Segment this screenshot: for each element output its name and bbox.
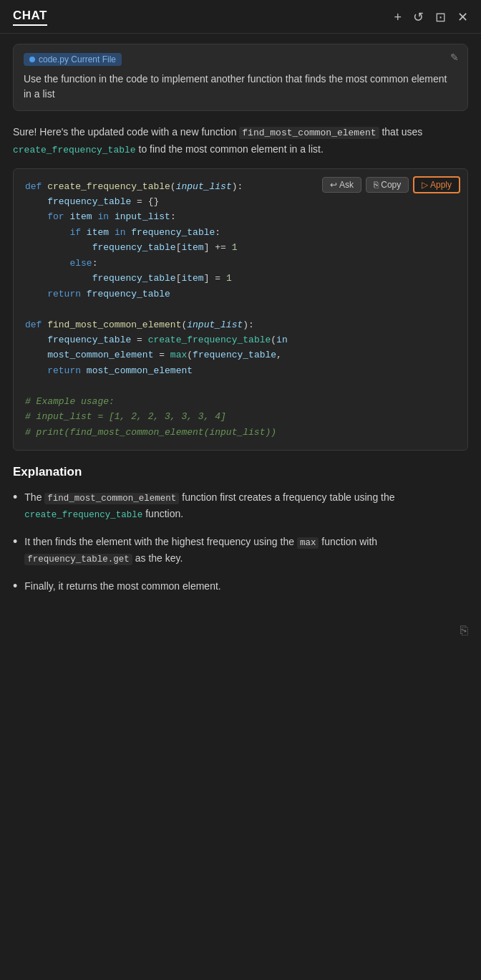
bottom-icon-bar: ⎘	[0, 616, 481, 648]
bullet-dot-3: •	[13, 578, 17, 595]
code-line-6: else:	[25, 256, 456, 271]
bullet-item-3: • Finally, it returns the most common el…	[13, 578, 468, 595]
code-line-10: frequency_table = create_frequency_table…	[25, 332, 456, 347]
code-content: def create_frequency_table(input_list): …	[25, 179, 456, 440]
code-line-11: most_common_element = max(frequency_tabl…	[25, 347, 456, 362]
bullet-text-2: It then finds the element with the highe…	[24, 534, 468, 567]
apply-button[interactable]: ▷ Apply	[413, 176, 460, 193]
explanation-title: Explanation	[13, 465, 468, 479]
bullet-text-1: The find_most_common_element function fi…	[24, 489, 468, 522]
code-line-14: # input_list = [1, 2, 2, 3, 3, 3, 4]	[25, 409, 456, 424]
code-line-4: if item in frequency_table:	[25, 225, 456, 240]
edit-icon[interactable]: ✎	[450, 52, 459, 63]
chat-title: CHAT	[13, 9, 47, 26]
main-content: ✎ code.py Current File Use the function …	[0, 34, 481, 616]
explanation-section: Explanation • The find_most_common_eleme…	[13, 465, 468, 595]
bullet-dot-1: •	[13, 489, 17, 506]
history-icon[interactable]: ↺	[413, 9, 424, 25]
bullet-dot-2: •	[13, 534, 17, 550]
bullet-item-1: • The find_most_common_element function …	[13, 489, 468, 522]
code-line-2: frequency_table = {}	[25, 194, 456, 209]
code-line-7: frequency_table[item] = 1	[25, 271, 456, 286]
copy-bottom-icon[interactable]: ⎘	[460, 623, 468, 638]
close-icon[interactable]: ✕	[457, 9, 468, 25]
response-inline-code: find_most_common_element	[239, 127, 379, 139]
code-line-13: # Example usage:	[25, 394, 456, 409]
response-intro-text: Sure! Here's the updated code with a new…	[13, 126, 422, 138]
response-intro: Sure! Here's the updated code with a new…	[13, 124, 468, 158]
expand-icon[interactable]: ⊡	[435, 9, 446, 25]
copy-button[interactable]: ⎘ Copy	[366, 177, 409, 193]
code-line-9: def find_most_common_element(input_list)…	[25, 317, 456, 332]
response-end-text: to find the most common element in a lis…	[139, 143, 324, 155]
add-icon[interactable]: +	[394, 10, 402, 25]
code-line-5: frequency_table[item] += 1	[25, 240, 456, 255]
header-left: CHAT	[13, 9, 47, 26]
bullet-inline-code-2a: max	[297, 537, 319, 549]
bullet-inline-code-1: find_most_common_element	[44, 493, 179, 504]
file-badge-text: code.py Current File	[39, 54, 116, 64]
bullet-item-2: • It then finds the element with the hig…	[13, 534, 468, 567]
file-badge-dot	[29, 57, 35, 62]
ask-button[interactable]: ↩ Ask	[322, 177, 361, 193]
code-line-8: return frequency_table	[25, 287, 456, 302]
code-block: ↩ Ask ⎘ Copy ▷ Apply def create_frequenc…	[13, 168, 468, 451]
chat-header: CHAT + ↺ ⊡ ✕	[0, 0, 481, 34]
bullet-blue-code-1: create_frequency_table	[24, 510, 142, 520]
code-line-12: return most_common_element	[25, 363, 456, 378]
input-box: ✎ code.py Current File Use the function …	[13, 44, 468, 111]
input-text: Use the function in the code to implemen…	[24, 72, 457, 102]
bullet-text-3: Finally, it returns the most common elem…	[24, 578, 220, 594]
code-toolbar: ↩ Ask ⎘ Copy ▷ Apply	[322, 176, 460, 193]
header-icons: + ↺ ⊡ ✕	[394, 9, 468, 25]
bullet-inline-code-2b: frequency_table.get	[24, 554, 132, 565]
file-badge: code.py Current File	[24, 53, 122, 66]
response-blue-code: create_frequency_table	[13, 145, 136, 155]
code-line-3: for item in input_list:	[25, 209, 456, 224]
code-line-15: # print(find_most_common_element(input_l…	[25, 425, 456, 440]
